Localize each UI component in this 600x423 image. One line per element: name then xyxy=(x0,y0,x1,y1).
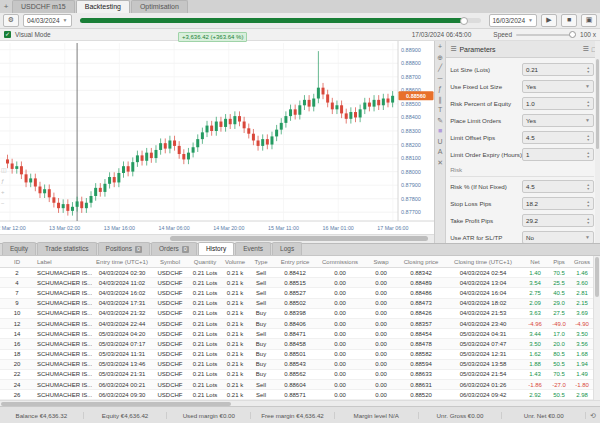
param-input[interactable]: Yes▼ xyxy=(522,80,594,93)
table-row[interactable]: 10SCHUMACHER IS...04/03/2024 21:32USDCHF… xyxy=(0,309,600,319)
bottom-tab-trade-statistics[interactable]: Trade statistics xyxy=(37,242,96,255)
column-header[interactable]: Commissions xyxy=(316,259,364,265)
param-input[interactable]: No▼ xyxy=(522,231,594,243)
text-tool-icon[interactable]: T xyxy=(435,106,445,114)
menu-icon[interactable]: ☰ xyxy=(582,45,588,53)
column-header[interactable]: Label xyxy=(34,259,92,265)
speed-slider-handle[interactable] xyxy=(569,31,576,38)
table-row[interactable]: 14SCHUMACHER IS...05/03/2024 04:20USDCHF… xyxy=(0,329,600,339)
stepper-arrows-icon[interactable]: ▲ ▼ xyxy=(587,200,590,208)
horizontal-line-icon[interactable]: ─ xyxy=(435,75,445,83)
param-input[interactable]: 1.0▲ ▼ xyxy=(522,97,594,110)
end-date-select[interactable]: 16/03/2024 ▼ xyxy=(489,14,538,27)
column-header[interactable]: Entry price xyxy=(274,259,316,265)
channel-icon[interactable]: ∥ xyxy=(435,96,445,104)
new-tab-button[interactable]: + xyxy=(0,1,12,13)
tab-usdchf-m15[interactable]: USDCHF m15 xyxy=(12,0,75,13)
stepper-arrows-icon[interactable]: ▲ ▼ xyxy=(587,151,590,159)
table-row[interactable]: 22SCHUMACHER IS...05/03/2024 21:31USDCHF… xyxy=(0,370,600,380)
column-header[interactable]: Pips xyxy=(548,259,570,265)
table-row[interactable]: 24SCHUMACHER IS...06/03/2024 00:21USDCHF… xyxy=(0,380,600,390)
table-cell: 2.92 xyxy=(522,392,548,398)
column-header[interactable]: Quantity xyxy=(188,259,222,265)
crosshair-icon[interactable]: ⊕ xyxy=(435,54,445,62)
play-button[interactable]: ▶ xyxy=(541,14,557,27)
table-row[interactable]: 4SCHUMACHER IS...04/03/2024 11:02USDCHF0… xyxy=(0,278,600,288)
parameters-scroll-thumb[interactable] xyxy=(596,59,599,149)
table-vertical-scrollbar[interactable] xyxy=(593,256,600,400)
backtest-progress-bar[interactable] xyxy=(80,18,481,23)
refresh-icon[interactable]: ⟲ xyxy=(586,412,600,420)
param-input[interactable]: Yes▼ xyxy=(522,114,594,127)
param-input[interactable]: 0.21▲ ▼ xyxy=(522,63,594,76)
table-row[interactable]: 2SCHUMACHER IS...04/03/2024 02:30USDCHF0… xyxy=(0,268,600,278)
table-cell: 50.5 xyxy=(548,361,570,367)
fibonacci-icon[interactable]: ƒ xyxy=(435,85,445,93)
table-row[interactable]: 16SCHUMACHER IS...05/03/2024 07:17USDCHF… xyxy=(0,339,600,349)
color-swatch-icon[interactable]: ■ xyxy=(435,127,445,135)
chevron-down-icon[interactable]: ▼ xyxy=(585,84,590,89)
parameters-scrollbar[interactable] xyxy=(595,41,600,243)
bottom-tab-positions[interactable]: Positions0 xyxy=(98,242,150,255)
stepper-arrows-icon[interactable]: ▲ ▼ xyxy=(587,66,590,74)
param-input[interactable]: 29.2▲ ▼ xyxy=(522,214,594,227)
chart-scroll-thumb[interactable] xyxy=(170,236,428,241)
table-row[interactable]: 9SCHUMACHER IS...04/03/2024 17:31USDCHF0… xyxy=(0,299,600,309)
bottom-tab-logs[interactable]: Logs xyxy=(272,242,302,255)
column-header[interactable]: Closing time (UTC+1) xyxy=(444,259,522,265)
param-input[interactable]: 1▲ ▼ xyxy=(522,148,594,161)
tab-backtesting[interactable]: Backtesting xyxy=(76,0,130,13)
indicator-icon[interactable]: ƒ xyxy=(1,178,7,184)
magnet-icon[interactable]: U xyxy=(435,138,445,146)
bottom-tab-events[interactable]: Events xyxy=(235,242,271,255)
column-header[interactable]: Type xyxy=(248,259,274,265)
param-input[interactable]: 4.5▲ ▼ xyxy=(522,180,594,193)
add-indicator-icon[interactable]: + xyxy=(435,43,445,51)
expand-button[interactable]: ▣ xyxy=(581,14,597,27)
table-row[interactable]: 7SCHUMACHER IS...04/03/2024 16:02USDCHF0… xyxy=(0,288,600,298)
visual-mode-checkbox[interactable]: ✓ xyxy=(4,31,11,38)
chevron-down-icon[interactable]: ▼ xyxy=(585,235,590,240)
param-input[interactable]: 18.2▲ ▼ xyxy=(522,197,594,210)
column-header[interactable]: Symbol xyxy=(152,259,188,265)
stop-button[interactable]: ■ xyxy=(561,14,577,27)
zoom-out-icon[interactable]: − xyxy=(1,200,7,206)
column-header[interactable]: ID xyxy=(0,259,34,265)
candlestick-chart[interactable]: 0.889000.888000.887000.886000.885000.884… xyxy=(0,41,434,234)
svg-text:0.87700: 0.87700 xyxy=(401,209,421,215)
stepper-arrows-icon[interactable]: ▲ ▼ xyxy=(587,217,590,225)
speed-slider[interactable] xyxy=(516,34,576,36)
column-header[interactable]: Volume xyxy=(222,259,248,265)
zoom-in-icon[interactable]: + xyxy=(1,189,7,195)
chevron-down-icon[interactable]: ▼ xyxy=(585,118,590,123)
table-cell: 4 xyxy=(0,280,34,286)
bottom-tab-equity[interactable]: Equity xyxy=(2,242,36,255)
brush-icon[interactable]: ✎ xyxy=(435,117,445,125)
column-header[interactable]: Entry time (UTC+1) xyxy=(92,259,152,265)
stepper-arrows-icon[interactable]: ▲ ▼ xyxy=(587,100,590,108)
stepper-arrows-icon[interactable]: ▲ ▼ xyxy=(587,134,590,142)
table-row[interactable]: 12SCHUMACHER IS...04/03/2024 22:44USDCHF… xyxy=(0,319,600,329)
bottom-tab-orders[interactable]: Orders0 xyxy=(151,242,197,255)
column-header[interactable]: Closing price xyxy=(398,259,444,265)
table-cell: 0.88471 xyxy=(274,331,316,337)
tab-optimisation[interactable]: Optimisation xyxy=(131,0,188,13)
remove-tool-icon[interactable]: ✕ xyxy=(435,159,445,167)
table-cell: USDCHF xyxy=(152,341,188,347)
settings-gear-button[interactable]: ⚙ xyxy=(3,14,19,27)
table-scroll-thumb[interactable] xyxy=(595,257,599,297)
column-header[interactable]: Gross xyxy=(570,259,594,265)
start-date-select[interactable]: 04/03/2024 ▼ xyxy=(23,14,72,27)
progress-knob[interactable] xyxy=(460,17,468,25)
bottom-tab-history[interactable]: History xyxy=(198,242,234,255)
column-header[interactable]: Net xyxy=(522,259,548,265)
table-row[interactable]: 18SCHUMACHER IS...05/03/2024 11:31USDCHF… xyxy=(0,350,600,360)
chart-type-icon[interactable]: ◫ xyxy=(1,167,7,173)
label-tool-icon[interactable]: A xyxy=(435,148,445,156)
column-header[interactable]: Swap xyxy=(364,259,398,265)
stepper-arrows-icon[interactable]: ▲ ▼ xyxy=(587,183,590,191)
trendline-icon[interactable]: ╱ xyxy=(435,64,445,72)
table-row[interactable]: 26SCHUMACHER IS...06/03/2024 09:30USDCHF… xyxy=(0,390,600,400)
table-row[interactable]: 20SCHUMACHER IS...05/03/2024 13:46USDCHF… xyxy=(0,360,600,370)
param-input[interactable]: 4.5▲ ▼ xyxy=(522,131,594,144)
